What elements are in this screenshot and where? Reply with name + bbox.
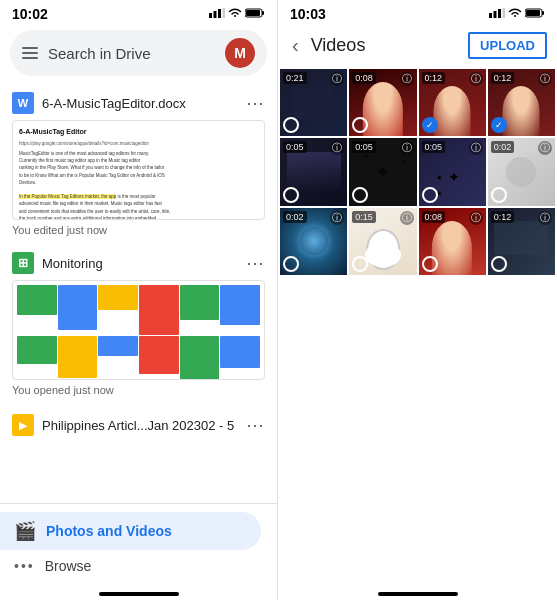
video-select-checkbox[interactable] bbox=[491, 256, 507, 272]
list-item[interactable]: ▶ Philippines Articl...Jan 202302 - 5 ⋯ bbox=[0, 404, 277, 446]
battery-icon bbox=[245, 8, 265, 20]
info-icon: ⓘ bbox=[538, 72, 552, 86]
svg-rect-13 bbox=[526, 10, 540, 16]
video-thumb[interactable]: 0:12 ⓘ bbox=[488, 208, 555, 275]
video-duration: 0:05 bbox=[283, 141, 307, 153]
list-item[interactable]: ⊞ Monitoring ⋯ bbox=[0, 244, 277, 404]
video-thumb[interactable]: 0:15 ⓘ bbox=[349, 208, 416, 275]
right-panel: 10:03 ‹ Videos UPLOAD 0:21 ⓘ bbox=[278, 0, 557, 600]
nav-item-browse[interactable]: ••• Browse bbox=[0, 550, 277, 582]
left-time: 10:02 bbox=[12, 6, 48, 22]
info-icon: ⓘ bbox=[330, 72, 344, 86]
video-select-checkbox[interactable] bbox=[422, 187, 438, 203]
left-status-bar: 10:02 bbox=[0, 0, 277, 26]
info-icon: ⓘ bbox=[469, 141, 483, 155]
info-icon: ⓘ bbox=[538, 141, 552, 155]
file-status: You opened just now bbox=[12, 384, 265, 396]
video-select-checkbox[interactable]: ✓ bbox=[491, 117, 507, 133]
list-item[interactable]: W 6-A-MusicTagEditor.docx ⋯ 6-A-MusicTag… bbox=[0, 84, 277, 244]
right-time: 10:03 bbox=[290, 6, 326, 22]
info-icon: ⓘ bbox=[469, 72, 483, 86]
wifi-icon bbox=[508, 8, 522, 20]
svg-rect-1 bbox=[214, 11, 217, 18]
svg-rect-12 bbox=[542, 11, 544, 15]
svg-rect-6 bbox=[246, 10, 260, 16]
info-icon: ⓘ bbox=[538, 211, 552, 225]
svg-rect-8 bbox=[494, 11, 497, 18]
video-select-checkbox[interactable] bbox=[283, 256, 299, 272]
video-duration: 0:15 bbox=[352, 211, 376, 223]
video-thumb[interactable]: 0:08 ⓘ bbox=[419, 208, 486, 275]
svg-rect-9 bbox=[498, 9, 501, 18]
svg-rect-3 bbox=[223, 8, 226, 18]
info-icon: ⓘ bbox=[330, 141, 344, 155]
slides-icon: ▶ bbox=[12, 414, 34, 436]
video-duration: 0:05 bbox=[352, 141, 376, 153]
info-icon: ⓘ bbox=[400, 211, 414, 225]
svg-rect-10 bbox=[503, 8, 506, 18]
search-input[interactable]: Search in Drive bbox=[48, 45, 215, 62]
video-thumb[interactable]: 0:12 ⓘ ✓ bbox=[419, 69, 486, 136]
svg-rect-5 bbox=[262, 11, 264, 15]
nav-label: Browse bbox=[45, 558, 92, 574]
file-list: W 6-A-MusicTagEditor.docx ⋯ 6-A-MusicTag… bbox=[0, 84, 277, 503]
right-header: ‹ Videos UPLOAD bbox=[278, 26, 557, 67]
video-duration: 0:08 bbox=[352, 72, 376, 84]
file-name: Monitoring bbox=[42, 256, 238, 271]
video-select-checkbox[interactable] bbox=[283, 117, 299, 133]
svg-rect-2 bbox=[218, 9, 221, 18]
video-select-checkbox[interactable] bbox=[491, 187, 507, 203]
back-button[interactable]: ‹ bbox=[288, 32, 303, 59]
video-thumb[interactable]: ✦ ✦ ✦ 0:05 ⓘ bbox=[349, 138, 416, 205]
video-duration: 0:21 bbox=[283, 72, 307, 84]
home-indicator bbox=[99, 592, 179, 596]
video-select-checkbox[interactable] bbox=[283, 187, 299, 203]
home-indicator bbox=[378, 592, 458, 596]
nav-label: Photos and Videos bbox=[46, 523, 172, 539]
video-thumb[interactable]: ⋆ ✦ ⋆ 0:05 ⓘ bbox=[419, 138, 486, 205]
file-preview bbox=[12, 280, 265, 380]
video-thumb[interactable]: 0:08 ⓘ bbox=[349, 69, 416, 136]
signal-icon bbox=[489, 8, 505, 20]
video-select-checkbox[interactable] bbox=[422, 256, 438, 272]
svg-rect-0 bbox=[209, 13, 212, 18]
info-icon: ⓘ bbox=[469, 211, 483, 225]
videos-grid: 0:21 ⓘ 0:08 ⓘ 0:12 ⓘ ✓ 0:12 ⓘ ✓ 0:05 ⓘ bbox=[278, 67, 557, 586]
video-thumb[interactable]: 0:02 ⓘ bbox=[488, 138, 555, 205]
bottom-nav: 🎬 Photos and Videos ••• Browse bbox=[0, 503, 277, 586]
video-select-checkbox[interactable] bbox=[352, 256, 368, 272]
file-name: Philippines Articl...Jan 202302 - 5 bbox=[42, 418, 238, 433]
photos-videos-icon: 🎬 bbox=[14, 520, 36, 542]
browse-icon: ••• bbox=[14, 558, 35, 574]
avatar[interactable]: M bbox=[225, 38, 255, 68]
video-duration: 0:12 bbox=[491, 211, 515, 223]
more-options-icon[interactable]: ⋯ bbox=[246, 252, 265, 274]
more-options-icon[interactable]: ⋯ bbox=[246, 414, 265, 436]
file-preview: 6-A-MusicTag Editor https://play.google.… bbox=[12, 120, 265, 220]
video-select-checkbox[interactable]: ✓ bbox=[422, 117, 438, 133]
video-duration: 0:12 bbox=[491, 72, 515, 84]
page-title: Videos bbox=[311, 35, 460, 56]
video-thumb[interactable]: 0:02 ⓘ bbox=[280, 208, 347, 275]
wifi-icon bbox=[228, 8, 242, 20]
video-thumb[interactable]: 0:05 ⓘ bbox=[280, 138, 347, 205]
video-select-checkbox[interactable] bbox=[352, 187, 368, 203]
info-icon: ⓘ bbox=[400, 141, 414, 155]
more-options-icon[interactable]: ⋯ bbox=[246, 92, 265, 114]
search-bar[interactable]: Search in Drive M bbox=[10, 30, 267, 76]
video-duration: 0:05 bbox=[422, 141, 446, 153]
battery-icon bbox=[525, 8, 545, 20]
left-status-icons bbox=[209, 8, 265, 20]
video-thumb[interactable]: 0:21 ⓘ bbox=[280, 69, 347, 136]
sheets-icon: ⊞ bbox=[12, 252, 34, 274]
upload-button[interactable]: UPLOAD bbox=[468, 32, 547, 59]
left-panel: 10:02 Search in Drive M W 6-A-MusicTagEd… bbox=[0, 0, 278, 600]
info-icon: ⓘ bbox=[330, 211, 344, 225]
video-duration: 0:02 bbox=[491, 141, 515, 153]
info-icon: ⓘ bbox=[400, 72, 414, 86]
nav-item-photos-videos[interactable]: 🎬 Photos and Videos bbox=[0, 512, 261, 550]
video-duration: 0:08 bbox=[422, 211, 446, 223]
video-thumb[interactable]: 0:12 ⓘ ✓ bbox=[488, 69, 555, 136]
hamburger-menu[interactable] bbox=[22, 47, 38, 59]
file-name: 6-A-MusicTagEditor.docx bbox=[42, 96, 238, 111]
